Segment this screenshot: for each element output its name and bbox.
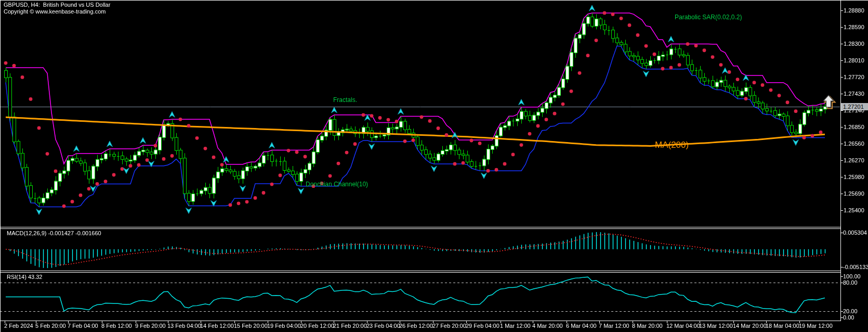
- price-tick-mark: [840, 144, 843, 144]
- panel-separator: [0, 321, 840, 321]
- rsi-info: RSI(14) 43.32: [7, 274, 42, 280]
- price-tick-mark: [840, 10, 843, 11]
- time-tick-label: 5 Feb 20:00: [35, 323, 66, 329]
- parabolic-sar-label: Parabolic SAR(0.02,0.2): [675, 14, 742, 21]
- window-border-top: [0, 0, 868, 1]
- price-tick-mark: [840, 177, 843, 177]
- macd-tick-label: -0.005133: [843, 264, 868, 270]
- time-tick-label: 21 Feb 20:00: [333, 323, 367, 329]
- rsi-tick-label: 0.00: [843, 314, 854, 321]
- panel-separator: [0, 228, 840, 229]
- rsi-tick-label: 100.00: [843, 273, 861, 279]
- time-tick-label: 12 Mar 04:00: [666, 323, 700, 329]
- price-tick-label: 1.28880: [844, 7, 864, 14]
- time-tick-label: 13 Feb 04:00: [167, 323, 201, 329]
- price-tick-label: 1.28010: [844, 57, 864, 63]
- time-tick-label: 6 Mar 04:00: [566, 323, 597, 329]
- rsi-tick-label: 20.00: [843, 308, 858, 314]
- time-tick-label: 8 Mar 20:00: [632, 323, 663, 329]
- current-price-badge: 1.27201: [841, 103, 868, 110]
- price-tick-mark: [840, 127, 843, 127]
- price-tick-mark: [840, 94, 843, 94]
- time-tick-label: 26 Feb 12:00: [399, 323, 433, 329]
- rsi-tick-label: 80.00: [843, 279, 858, 286]
- price-tick-label: 1.28300: [844, 41, 864, 47]
- time-tick-label: 14 Mar 20:00: [733, 323, 767, 329]
- time-tick-label: 14 Feb 12:00: [200, 323, 234, 329]
- macd-info: MACD(12,26,9) -0.001427 -0.001660: [7, 230, 101, 237]
- price-tick-mark: [840, 194, 843, 194]
- time-tick-label: 1 Mar 12:00: [500, 323, 531, 329]
- window-border-left: [0, 0, 1, 332]
- donchian-label: Donchian Channel(10): [306, 181, 368, 188]
- price-tick-label: 1.27720: [844, 74, 864, 80]
- panel-separator: [0, 227, 840, 227]
- price-tick-label: 1.26560: [844, 141, 864, 147]
- time-tick-label: 20 Feb 12:00: [300, 323, 334, 329]
- time-tick-label: 15 Feb 20:00: [234, 323, 268, 329]
- macd-tick-label: 0.005304: [843, 229, 867, 236]
- price-tick-mark: [840, 77, 843, 78]
- up-arrow-icon[interactable]: [821, 94, 836, 110]
- chart-canvas[interactable]: [0, 0, 868, 332]
- price-tick-label: 1.25690: [844, 190, 864, 197]
- copyright-text: Copyright © www.keenbase-trading.com: [4, 8, 106, 15]
- price-tick-label: 1.27430: [844, 91, 864, 97]
- time-tick-label: 23 Feb 04:00: [366, 323, 400, 329]
- price-tick-label: 1.25400: [844, 207, 864, 213]
- price-tick-mark: [840, 110, 843, 111]
- panel-separator: [0, 271, 840, 271]
- time-tick-label: 19 Feb 04:00: [267, 323, 301, 329]
- time-tick-label: 18 Mar 04:00: [766, 323, 799, 329]
- price-tick-label: 1.28590: [844, 24, 864, 30]
- time-tick-label: 4 Mar 20:00: [532, 323, 563, 329]
- price-tick-mark: [840, 27, 843, 28]
- price-tick-mark: [840, 44, 843, 44]
- time-tick-label: 2 Feb 2024: [4, 323, 33, 329]
- fractals-label: Fractals.: [333, 97, 357, 104]
- symbol-title: GBPUSD, H4: British Pound vs US Dollar: [4, 2, 110, 8]
- time-tick-label: 29 Feb 04:00: [466, 323, 499, 329]
- time-tick-label: 13 Mar 12:00: [699, 323, 733, 329]
- time-tick-label: 19 Mar 12:00: [799, 323, 833, 329]
- time-tick-label: 8 Feb 12:00: [101, 323, 132, 329]
- price-tick-mark: [840, 60, 843, 61]
- time-tick-label: 27 Feb 20:00: [432, 323, 466, 329]
- price-tick-label: 1.25980: [844, 174, 864, 180]
- panel-separator: [0, 272, 840, 273]
- time-tick-label: 7 Mar 12:00: [599, 323, 629, 329]
- time-tick-label: 7 Feb 04:00: [68, 323, 98, 329]
- time-tick-label: 9 Feb 20:00: [135, 323, 166, 329]
- price-tick-label: 1.26850: [844, 124, 864, 130]
- price-tick-mark: [840, 210, 843, 211]
- chart-window: GBPUSD, H4: British Pound vs US Dollar C…: [0, 0, 868, 332]
- price-tick-mark: [840, 160, 843, 161]
- price-tick-label: 1.26270: [844, 157, 864, 163]
- ma-label: MA(200): [655, 142, 689, 148]
